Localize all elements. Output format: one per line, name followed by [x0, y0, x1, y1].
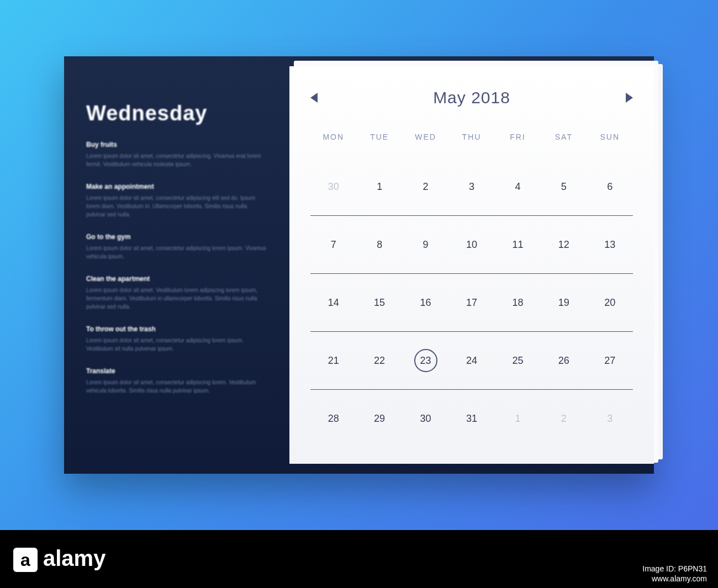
calendar-grid: 3012345678910111213141516171819202122232… — [310, 158, 633, 447]
weekday-label: SUN — [587, 133, 633, 141]
event-description: Lorem ipsum dolor sit amet. Vestibulum l… — [86, 286, 267, 311]
image-url: www.alamy.com — [642, 574, 707, 584]
day-cell[interactable]: 19 — [541, 297, 587, 309]
day-cell[interactable]: 6 — [587, 181, 633, 193]
day-cell[interactable]: 7 — [310, 239, 356, 251]
day-cell[interactable]: 11 — [495, 239, 541, 251]
footer-bar: a alamy Image ID: P6PN31 www.alamy.com — [0, 530, 718, 588]
week-row: 78910111213 — [310, 216, 633, 274]
weekday-label: WED — [403, 133, 448, 141]
day-cell[interactable]: 8 — [356, 239, 402, 251]
event-description: Lorem ipsum dolor sit amet, consectetur … — [86, 336, 267, 353]
day-cell[interactable]: 1 — [495, 413, 541, 425]
day-cell[interactable]: 12 — [541, 239, 587, 251]
day-cell[interactable]: 17 — [448, 297, 494, 309]
day-cell[interactable]: 9 — [403, 239, 448, 251]
event-item[interactable]: TranslateLorem ipsum dolor sit amet, con… — [86, 367, 267, 395]
event-item[interactable]: Clean the apartmentLorem ipsum dolor sit… — [86, 275, 267, 311]
day-cell[interactable]: 14 — [310, 297, 356, 309]
weekday-label: SAT — [541, 133, 587, 141]
event-item[interactable]: Make an appointmentLorem ipsum dolor sit… — [86, 183, 267, 219]
day-cell[interactable]: 13 — [587, 239, 633, 251]
day-cell[interactable]: 18 — [495, 297, 541, 309]
weekday-header: MONTUEWEDTHUFRISATSUN — [310, 133, 633, 141]
day-cell[interactable]: 2 — [541, 413, 587, 425]
event-title: Make an appointment — [86, 183, 267, 190]
day-cell[interactable]: 21 — [310, 355, 356, 367]
day-cell-selected[interactable]: 23 — [403, 349, 448, 372]
prev-month-button[interactable] — [310, 93, 318, 103]
day-cell[interactable]: 5 — [541, 181, 587, 193]
calendar-wrap: May 2018 MONTUEWEDTHUFRISATSUN 301234567… — [289, 56, 654, 474]
day-cell[interactable]: 1 — [356, 181, 402, 193]
day-sidebar: Wednesday Buy fruitsLorem ipsum dolor si… — [64, 56, 289, 474]
event-item[interactable]: Go to the gymLorem ipsum dolor sit amet,… — [86, 233, 267, 261]
day-cell[interactable]: 10 — [448, 239, 494, 251]
day-cell[interactable]: 28 — [310, 413, 356, 425]
calendar-header: May 2018 — [310, 88, 633, 107]
day-cell[interactable]: 22 — [356, 355, 402, 367]
day-cell[interactable]: 25 — [495, 355, 541, 367]
week-row: 30123456 — [310, 158, 633, 216]
event-title: Clean the apartment — [86, 275, 267, 283]
week-row: 28293031123 — [310, 390, 633, 447]
day-cell[interactable]: 20 — [587, 297, 633, 309]
event-title: Go to the gym — [86, 233, 267, 241]
day-cell[interactable]: 26 — [541, 355, 587, 367]
day-cell[interactable]: 16 — [403, 297, 448, 309]
event-title: Buy fruits — [86, 141, 267, 149]
day-cell[interactable]: 3 — [448, 181, 494, 193]
event-description: Lorem ipsum dolor sit amet, consectetur … — [86, 152, 267, 168]
event-title: To throw out the trash — [86, 325, 267, 333]
day-cell[interactable]: 27 — [587, 355, 633, 367]
day-cell[interactable]: 31 — [448, 413, 494, 425]
image-id: Image ID: P6PN31 — [642, 564, 707, 574]
weekday-label: THU — [448, 133, 494, 141]
weekday-label: MON — [310, 133, 356, 141]
alamy-logo-text: alamy — [43, 546, 105, 571]
weekday-label: TUE — [356, 133, 402, 141]
event-item[interactable]: Buy fruitsLorem ipsum dolor sit amet, co… — [86, 141, 267, 168]
week-row: 21222324252627 — [310, 332, 633, 390]
alamy-logo: a alamy — [13, 546, 105, 573]
next-month-button[interactable] — [626, 93, 633, 103]
day-title: Wednesday — [86, 102, 267, 125]
week-row: 14151617181920 — [310, 274, 633, 332]
day-cell[interactable]: 30 — [310, 181, 356, 193]
canvas-background: alamy Wednesday Buy fruitsLorem ipsum do… — [0, 0, 718, 530]
weekday-label: FRI — [495, 133, 541, 141]
event-description: Lorem ipsum dolor sit amet, consectetur … — [86, 244, 267, 261]
day-cell[interactable]: 4 — [495, 181, 541, 193]
event-description: Lorem ipsum dolor sit amet, consectetur … — [86, 378, 267, 395]
month-title: May 2018 — [433, 88, 510, 107]
event-item[interactable]: To throw out the trashLorem ipsum dolor … — [86, 325, 267, 353]
day-cell[interactable]: 29 — [356, 413, 402, 425]
day-cell[interactable]: 3 — [587, 413, 633, 425]
day-cell[interactable]: 15 — [356, 297, 402, 309]
calendar-card: Wednesday Buy fruitsLorem ipsum dolor si… — [64, 56, 654, 474]
event-title: Translate — [86, 367, 267, 375]
alamy-logo-icon: a — [13, 548, 38, 572]
day-cell[interactable]: 24 — [448, 355, 494, 367]
day-cell[interactable]: 2 — [403, 181, 448, 193]
calendar-panel: May 2018 MONTUEWEDTHUFRISATSUN 301234567… — [289, 66, 654, 464]
day-cell[interactable]: 30 — [403, 413, 448, 425]
event-description: Lorem ipsum dolor sit amet, consectetur … — [86, 194, 267, 219]
image-credit: Image ID: P6PN31 www.alamy.com — [642, 564, 707, 584]
